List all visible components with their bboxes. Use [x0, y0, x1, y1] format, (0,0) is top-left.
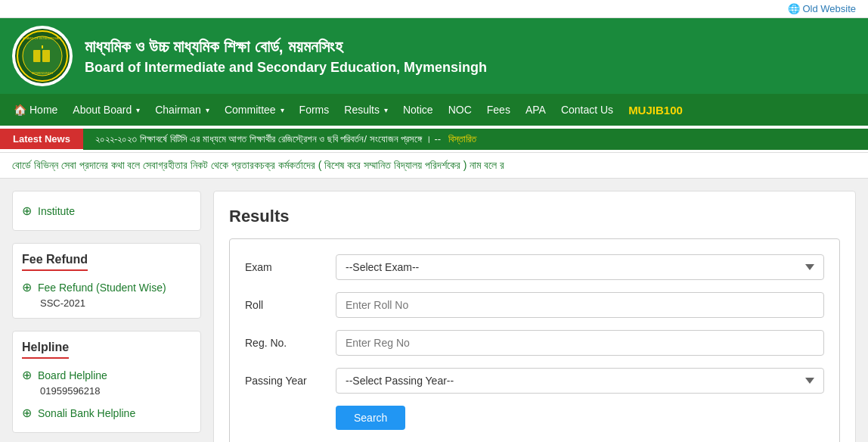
main-nav: 🏠 Home About Board ▾ Chairman ▾ Committe…	[0, 94, 868, 126]
top-bar: 🌐 Old Website	[0, 0, 868, 18]
board-helpline-icon: ⊕	[22, 368, 32, 382]
svg-text:BOARD OF INTERMEDIATE: BOARD OF INTERMEDIATE	[23, 36, 62, 40]
latest-news-bar: Latest News ২০২২-২০২৩ শিক্ষাবর্ষে বিটিসি…	[0, 126, 868, 153]
nav-mujib100[interactable]: MUJIB100	[621, 96, 690, 124]
nav-contact-us[interactable]: Contact Us	[553, 96, 621, 123]
results-dropdown-arrow: ▾	[384, 106, 388, 114]
results-title: Results	[229, 207, 840, 226]
sidebar: ⊕ Institute Fee Refund ⊕ Fee Refund (Stu…	[12, 191, 201, 442]
content-area: Results Exam --Select Exam-- Roll Reg. N…	[213, 191, 856, 442]
fee-refund-icon: ⊕	[22, 280, 32, 294]
header-title: মাধ্যমিক ও উচ্চ মাধ্যমিক শিক্ষা বোর্ড, ম…	[85, 37, 487, 76]
sonali-bank-helpline-item[interactable]: ⊕ Sonali Bank Helpline	[22, 403, 191, 423]
latest-news-text: ২০২২-২০২৩ শিক্ষাবর্ষে বিটিসি এর মাধ্যমে …	[83, 129, 868, 150]
about-board-dropdown-arrow: ▾	[136, 106, 140, 114]
helpline-title: Helpline	[22, 341, 69, 359]
nav-results[interactable]: Results ▾	[336, 96, 395, 123]
nav-noc[interactable]: NOC	[441, 96, 479, 123]
bengali-title: মাধ্যমিক ও উচ্চ মাধ্যমিক শিক্ষা বোর্ড, ম…	[85, 37, 487, 57]
reg-input[interactable]	[336, 330, 824, 356]
nav-about-board[interactable]: About Board ▾	[65, 96, 147, 123]
search-button[interactable]: Search	[336, 406, 405, 430]
sidebar-fee-refund-section: Fee Refund ⊕ Fee Refund (Student Wise) S…	[12, 243, 201, 319]
results-form: Exam --Select Exam-- Roll Reg. No. Passi…	[229, 238, 840, 442]
latest-news-link[interactable]: বিস্তারিত	[448, 133, 476, 145]
committee-dropdown-arrow: ▾	[281, 106, 284, 114]
exam-label: Exam	[245, 261, 336, 273]
svg-rect-2	[33, 50, 41, 62]
roll-row: Roll	[245, 292, 824, 318]
logo: BOARD OF INTERMEDIATE MYMENSINGH	[12, 26, 73, 86]
svg-text:MYMENSINGH: MYMENSINGH	[32, 71, 53, 75]
exam-select[interactable]: --Select Exam--	[336, 254, 824, 280]
sidebar-institute-section: ⊕ Institute	[12, 191, 201, 231]
sidebar-institute-link[interactable]: ⊕ Institute	[22, 201, 191, 221]
fee-refund-sub: SSC-2021	[40, 297, 191, 309]
nav-fees[interactable]: Fees	[479, 96, 518, 123]
passing-year-label: Passing Year	[245, 375, 336, 387]
nav-apa[interactable]: APA	[518, 96, 553, 123]
old-website-link[interactable]: Old Website	[802, 3, 856, 14]
home-icon: 🏠	[14, 104, 26, 116]
nav-chairman[interactable]: Chairman ▾	[147, 96, 217, 123]
reg-label: Reg. No.	[245, 337, 336, 349]
nav-committee[interactable]: Committee ▾	[217, 96, 292, 123]
english-title: Board of Intermediate and Secondary Educ…	[85, 60, 487, 76]
institute-icon: ⊕	[22, 204, 32, 218]
latest-news-label: Latest News	[0, 129, 83, 149]
globe-icon: 🌐	[788, 3, 800, 14]
nav-forms[interactable]: Forms	[292, 96, 337, 123]
board-helpline-item[interactable]: ⊕ Board Helpline	[22, 365, 191, 385]
logo-inner: BOARD OF INTERMEDIATE MYMENSINGH	[15, 29, 70, 83]
reg-row: Reg. No.	[245, 330, 824, 356]
fee-refund-title: Fee Refund	[22, 253, 88, 271]
passing-year-row: Passing Year --Select Passing Year--	[245, 368, 824, 394]
roll-label: Roll	[245, 299, 336, 311]
sidebar-helpline-section: Helpline ⊕ Board Helpline 01959596218 ⊕ …	[12, 331, 201, 433]
main-layout: ⊕ Institute Fee Refund ⊕ Fee Refund (Stu…	[0, 179, 868, 442]
header: BOARD OF INTERMEDIATE MYMENSINGH মাধ্যমি…	[0, 18, 868, 94]
scroll-notice: বোর্ডে বিভিন্ন সেবা প্রদানের কথা বলে সেব…	[0, 153, 868, 179]
nav-home[interactable]: 🏠 Home	[6, 96, 65, 123]
fee-refund-link[interactable]: ⊕ Fee Refund (Student Wise)	[22, 277, 191, 297]
board-helpline-number: 01959596218	[40, 385, 191, 397]
chairman-dropdown-arrow: ▾	[206, 106, 209, 114]
exam-row: Exam --Select Exam--	[245, 254, 824, 280]
roll-input[interactable]	[336, 292, 824, 318]
search-row: Search	[245, 406, 824, 430]
svg-rect-3	[42, 50, 50, 62]
passing-year-select[interactable]: --Select Passing Year--	[336, 368, 824, 394]
sonali-bank-icon: ⊕	[22, 406, 32, 420]
nav-notice[interactable]: Notice	[395, 96, 441, 123]
